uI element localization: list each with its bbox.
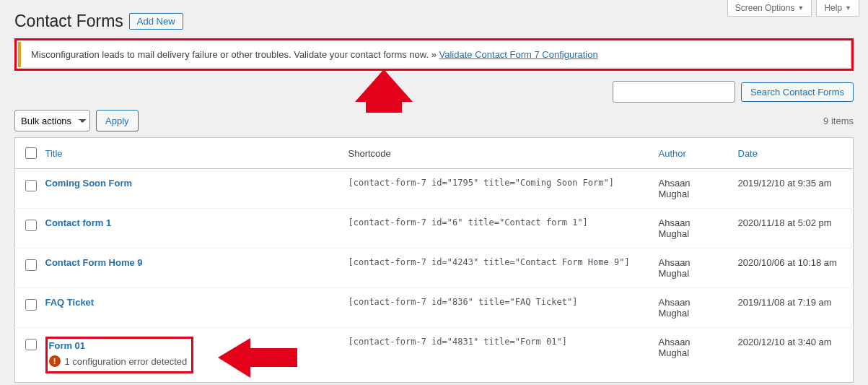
form-title-link[interactable]: Form 01 (49, 340, 86, 351)
author-cell: Ahsaan Mughal (652, 248, 731, 288)
row-checkbox[interactable] (25, 259, 37, 271)
svg-marker-0 (355, 69, 413, 113)
annotation-arrow-top (341, 69, 413, 113)
help-button[interactable]: Help ▼ (816, 0, 859, 17)
table-row: Contact Form Home 9 [contact-form-7 id="… (15, 248, 854, 288)
screen-options-button[interactable]: Screen Options ▼ (727, 0, 812, 17)
bulk-actions-select[interactable]: Bulk actions (14, 110, 90, 131)
caret-down-icon: ▼ (797, 4, 804, 12)
validate-config-link[interactable]: Validate Contact Form 7 Configuration (439, 49, 598, 60)
add-new-button[interactable]: Add New (129, 13, 183, 30)
author-cell: Ahsaan Mughal (652, 209, 731, 248)
date-cell: 2020/10/06 at 10:18 am (731, 248, 854, 288)
author-cell: Ahsaan Mughal (652, 288, 731, 328)
date-cell: 2019/11/08 at 7:19 am (731, 288, 854, 328)
date-cell: 2020/11/18 at 5:02 pm (731, 209, 854, 248)
shortcode-cell: [contact-form-7 id="6" title="Contact fo… (341, 209, 652, 248)
notice-text: Misconfiguration leads to mail delivery … (31, 49, 439, 60)
config-error-text: 1 configuration error detected (65, 356, 188, 367)
table-row: Form 01 ! 1 configuration error detected… (15, 328, 854, 383)
help-label: Help (824, 3, 842, 13)
col-author-header[interactable]: Author (659, 148, 686, 159)
author-cell: Ahsaan Mughal (652, 328, 731, 383)
select-all-checkbox[interactable] (25, 147, 37, 159)
apply-button[interactable]: Apply (96, 110, 139, 131)
shortcode-cell: [contact-form-7 id="836" title="FAQ Tick… (341, 288, 652, 328)
caret-down-icon: ▼ (845, 4, 851, 12)
table-row: FAQ Ticket [contact-form-7 id="836" titl… (15, 288, 854, 328)
screen-meta: Screen Options ▼ Help ▼ (719, 0, 868, 17)
config-error-line: ! 1 configuration error detected (49, 355, 188, 367)
admin-notice: Misconfiguration leads to mail delivery … (18, 42, 850, 67)
shortcode-cell: [contact-form-7 id="4243" title="Contact… (341, 248, 652, 288)
tablenav-top: Bulk actions Apply 9 items (14, 110, 854, 131)
row-checkbox[interactable] (25, 180, 37, 191)
row-checkbox[interactable] (25, 339, 37, 350)
annotation-box-error-row: Form 01 ! 1 configuration error detected (45, 337, 194, 373)
items-count: 9 items (823, 116, 854, 126)
search-button[interactable]: Search Contact Forms (741, 82, 854, 102)
col-title-header[interactable]: Title (45, 148, 63, 159)
col-shortcode-header: Shortcode (341, 138, 652, 169)
shortcode-cell: [contact-form-7 id="1795" title="Coming … (341, 169, 652, 209)
forms-table: Title Shortcode Author Date Coming Soon … (14, 137, 854, 383)
annotation-box-notice: Misconfiguration leads to mail delivery … (14, 38, 854, 71)
table-row: Contact form 1 [contact-form-7 id="6" ti… (15, 209, 854, 248)
form-title-link[interactable]: Coming Soon Form (45, 178, 133, 189)
form-title-link[interactable]: Contact form 1 (45, 217, 112, 228)
search-row: Search Contact Forms (14, 81, 854, 103)
row-checkbox[interactable] (25, 299, 37, 311)
row-checkbox[interactable] (25, 220, 37, 231)
form-title-link[interactable]: FAQ Ticket (45, 297, 95, 308)
date-cell: 2019/12/10 at 9:35 am (731, 169, 854, 209)
annotation-arrow-bottom (218, 338, 297, 378)
shortcode-cell: [contact-form-7 id="4831" title="Form 01… (341, 328, 652, 383)
form-title-link[interactable]: Contact Form Home 9 (45, 257, 143, 268)
col-date-header[interactable]: Date (738, 148, 758, 159)
author-cell: Ahsaan Mughal (652, 169, 731, 209)
page-title: Contact Forms (14, 12, 123, 31)
error-icon: ! (49, 355, 61, 367)
search-input[interactable] (613, 81, 735, 103)
svg-marker-1 (218, 338, 297, 378)
table-row: Coming Soon Form [contact-form-7 id="179… (15, 169, 854, 209)
screen-options-label: Screen Options (735, 3, 795, 13)
date-cell: 2020/12/10 at 3:40 am (731, 328, 854, 383)
